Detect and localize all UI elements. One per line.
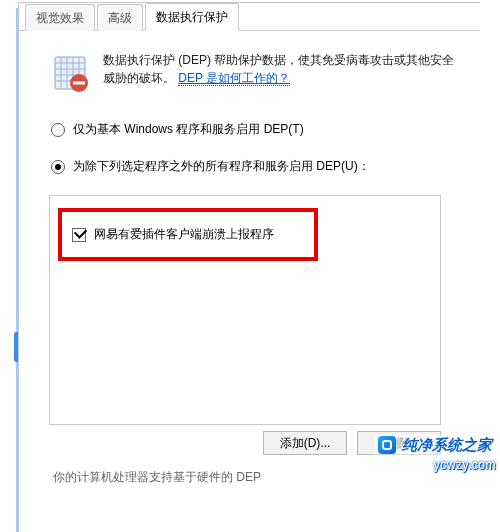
tab-strip: 视觉效果 高级 数据执行保护 — [19, 3, 480, 31]
annotation-highlight: 网易有爱插件客户端崩溃上报程序 — [58, 208, 318, 261]
intro-text: 数据执行保护 (DEP) 帮助保护数据，使其免受病毒攻击或其他安全威胁的破坏。 … — [103, 51, 462, 95]
svg-rect-10 — [73, 82, 85, 85]
intro-block: 数据执行保护 (DEP) 帮助保护数据，使其免受病毒攻击或其他安全威胁的破坏。 … — [51, 51, 462, 95]
list-buttons: 添加(D)... 删除 — [49, 431, 441, 455]
list-item-label: 网易有爱插件客户端崩溃上报程序 — [94, 226, 274, 243]
dep-help-link[interactable]: DEP 是如何工作的？ — [178, 71, 290, 86]
tab-visual-effects[interactable]: 视觉效果 — [25, 4, 95, 31]
tab-advanced[interactable]: 高级 — [97, 4, 143, 31]
dialog-content: 视觉效果 高级 数据执行保护 — [18, 2, 480, 532]
radio-all-except-dep[interactable]: 为除下列选定程序之外的所有程序和服务启用 DEP(U)： — [51, 158, 462, 175]
dep-chip-icon — [51, 51, 89, 95]
remove-button[interactable]: 删除 — [357, 431, 441, 455]
performance-options-window: 视觉效果 高级 数据执行保护 — [0, 0, 500, 532]
radio-icon — [51, 160, 65, 174]
add-button[interactable]: 添加(D)... — [263, 431, 347, 455]
radio-basic-dep[interactable]: 仅为基本 Windows 程序和服务启用 DEP(T) — [51, 121, 462, 138]
dep-hw-support-note: 你的计算机处理器支持基于硬件的 DEP — [53, 469, 462, 486]
dep-exclusion-list[interactable]: 网易有爱插件客户端崩溃上报程序 — [49, 195, 441, 425]
list-item-checkbox[interactable] — [72, 228, 86, 242]
dep-panel: 数据执行保护 (DEP) 帮助保护数据，使其免受病毒攻击或其他安全威胁的破坏。 … — [19, 31, 480, 496]
radio-all-except-label: 为除下列选定程序之外的所有程序和服务启用 DEP(U)： — [73, 158, 370, 175]
radio-basic-label: 仅为基本 Windows 程序和服务启用 DEP(T) — [73, 121, 304, 138]
tab-dep[interactable]: 数据执行保护 — [145, 3, 239, 31]
radio-icon — [51, 123, 65, 137]
